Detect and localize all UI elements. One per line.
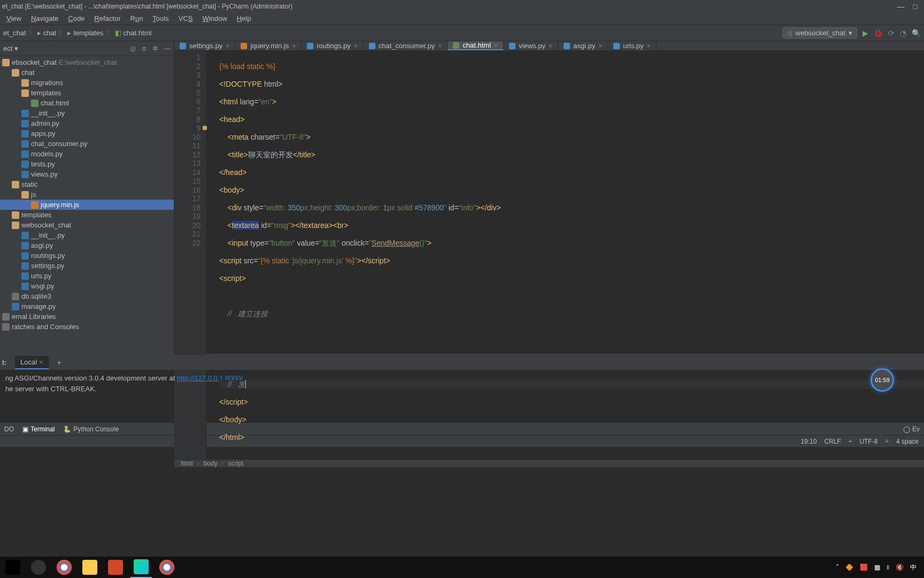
tray-wifi-icon[interactable]: ⫴ (887, 564, 889, 571)
breadcrumb-item[interactable]: templates (73, 29, 103, 37)
editor-tab[interactable]: views.py× (504, 41, 558, 50)
close-icon[interactable]: × (438, 42, 442, 50)
taskbar-app-explorer[interactable] (79, 557, 101, 578)
menu-refactor[interactable]: Refactor (90, 13, 125, 24)
debug-icon[interactable]: 🐞 (874, 29, 883, 37)
taskbar-app-chrome2[interactable] (156, 557, 178, 578)
maximize-icon[interactable]: □ (913, 2, 918, 11)
terminal-tab-local[interactable]: Local × (15, 356, 49, 369)
timer-overlay[interactable]: 01:59 (871, 368, 894, 392)
tool-terminal[interactable]: ▣ Terminal (22, 425, 55, 433)
tree-item[interactable]: static (0, 179, 174, 189)
html-icon: ◧ (115, 29, 121, 37)
tree-item[interactable]: routings.py (0, 250, 174, 261)
tree-item[interactable]: websocket_chat (0, 220, 174, 230)
run-config-selector[interactable]: dj websocket_chat ▾ (782, 27, 857, 39)
breadcrumb-item[interactable]: chat.html (124, 29, 152, 37)
tree-item[interactable]: tests.py (0, 159, 174, 169)
menu-vcs[interactable]: VCS (174, 13, 197, 24)
editor-tab[interactable]: jquery.min.js× (235, 41, 302, 50)
taskbar-app-pycharm[interactable] (130, 557, 152, 578)
breadcrumb-item[interactable]: et_chat (3, 29, 26, 37)
close-icon[interactable]: × (39, 358, 43, 366)
crumb[interactable]: html (181, 460, 193, 467)
tray-icon[interactable]: 🔶 (845, 564, 853, 571)
tree-item[interactable]: __init__.py (0, 108, 174, 118)
close-icon[interactable]: × (549, 42, 552, 50)
crumb[interactable]: script (228, 460, 244, 467)
tree-item[interactable]: __init__.py (0, 230, 174, 240)
tree-item[interactable]: admin.py (0, 118, 174, 128)
coverage-icon[interactable]: ⟳ (888, 29, 895, 37)
navigation-bar: et_chat〉 ▸ chat〉 ▸ templates〉 ◧ chat.htm… (0, 25, 924, 41)
close-icon[interactable]: × (598, 42, 602, 50)
chevron-down-icon[interactable]: ▾ (14, 44, 18, 52)
tool-todo[interactable]: DO (4, 425, 14, 433)
gear-icon[interactable]: ✲ (152, 44, 158, 52)
tree-item[interactable]: ratches and Consoles (0, 322, 174, 332)
tray-icon[interactable]: 🟥 (860, 564, 868, 571)
editor-tab[interactable]: chat_consumer.py× (364, 41, 448, 50)
tree-item[interactable]: settings.py (0, 261, 174, 271)
menu-run[interactable]: Run (126, 13, 148, 24)
tree-item[interactable]: templates (0, 210, 174, 220)
tree-item[interactable]: db.sqlite3 (0, 291, 174, 301)
tree-item[interactable]: migrations (0, 78, 174, 88)
taskbar-app-chrome[interactable] (53, 557, 75, 578)
editor-area: settings.py×jquery.min.js×routings.py×ch… (174, 41, 924, 354)
tray-volume-icon[interactable]: 🔇 (896, 564, 904, 571)
tree-item[interactable]: js (0, 189, 174, 200)
system-tray[interactable]: ˄ 🔶 🟥 ▦ ⫴ 🔇 中 (836, 563, 922, 572)
editor-tab[interactable]: settings.py× (174, 41, 235, 50)
close-icon[interactable]: × (226, 42, 229, 50)
close-icon[interactable]: × (292, 42, 296, 50)
project-label[interactable]: ect (3, 44, 12, 52)
tree-item[interactable]: chat.html (0, 98, 174, 108)
terminal-new-tab[interactable]: + (53, 356, 66, 369)
menu-code[interactable]: Code (64, 13, 89, 24)
tree-item[interactable]: apps.py (0, 128, 174, 139)
editor-tab[interactable]: asgi.py× (558, 41, 608, 50)
tree-item[interactable]: wsgi.py (0, 281, 174, 291)
tree-item[interactable]: urls.py (0, 271, 174, 281)
tray-ime[interactable]: 中 (910, 563, 917, 572)
tray-chevron-icon[interactable]: ˄ (836, 564, 839, 571)
minimize-icon[interactable]: — (897, 2, 905, 11)
breadcrumb-item[interactable]: chat (43, 29, 57, 37)
search-icon[interactable]: 🔍 (912, 29, 921, 37)
tree-item[interactable]: templates (0, 88, 174, 98)
tree-item[interactable]: chat_consumer.py (0, 139, 174, 149)
menu-window[interactable]: Window (198, 13, 231, 24)
hide-icon[interactable]: — (164, 44, 171, 52)
editor-tab[interactable]: chat.html× (448, 41, 504, 50)
taskbar-app-obs[interactable] (28, 557, 49, 578)
locate-icon[interactable]: ◎ (130, 44, 136, 52)
menu-help[interactable]: Help (233, 13, 256, 24)
close-icon[interactable]: × (494, 42, 498, 49)
tree-item[interactable]: manage.py (0, 301, 174, 311)
run-icon[interactable]: ▶ (863, 29, 868, 37)
tree-item[interactable]: jquery.min.js (0, 200, 174, 210)
tree-item[interactable]: ernal Libraries (0, 311, 174, 322)
collapse-icon[interactable]: ≑ (141, 44, 147, 52)
tray-battery-icon[interactable]: ▦ (874, 564, 880, 571)
project-tree[interactable]: ebsocket_chat E:\websocket_chatchatmigra… (0, 56, 174, 354)
tree-item[interactable]: chat (0, 67, 174, 78)
profile-icon[interactable]: ◔ (900, 29, 906, 37)
tree-item[interactable]: asgi.py (0, 240, 174, 250)
close-icon[interactable]: × (647, 42, 651, 50)
taskbar-app-powerpoint[interactable] (105, 557, 126, 578)
tree-item[interactable]: views.py (0, 169, 174, 179)
close-icon[interactable]: × (354, 42, 358, 50)
taskbar-start[interactable] (2, 557, 24, 578)
crumb[interactable]: body (204, 460, 218, 467)
tool-python-console[interactable]: 🐍 Python Console (63, 425, 119, 433)
code-editor[interactable]: {% load static %} <!DOCTYPE html> <html … (206, 51, 924, 459)
menu-navigate[interactable]: Navigate (27, 13, 63, 24)
tree-item[interactable]: ebsocket_chat E:\websocket_chat (0, 57, 174, 67)
menu-view[interactable]: View (2, 13, 26, 24)
editor-tab[interactable]: routings.py× (302, 41, 364, 50)
editor-tab[interactable]: urls.py× (608, 41, 656, 50)
menu-tools[interactable]: Tools (148, 13, 173, 24)
tree-item[interactable]: models.py (0, 149, 174, 159)
